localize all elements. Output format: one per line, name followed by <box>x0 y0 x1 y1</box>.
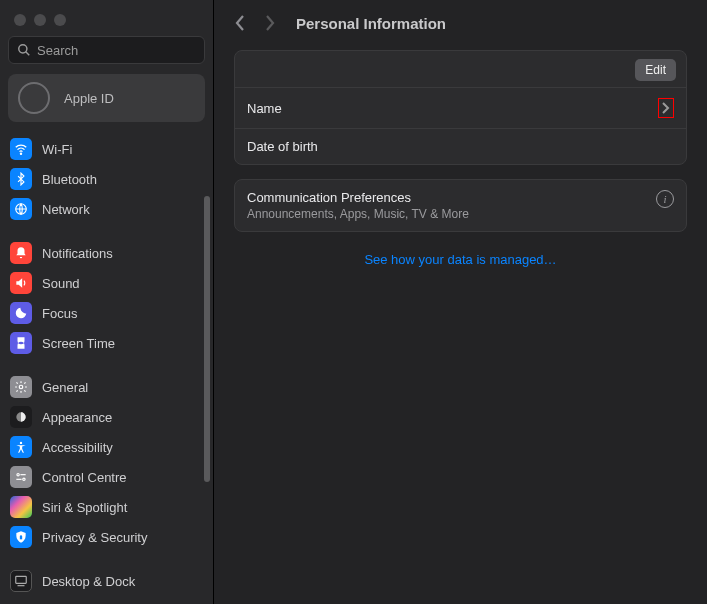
svg-point-9 <box>23 478 25 480</box>
close-window-button[interactable] <box>14 14 26 26</box>
apple-id-label: Apple ID <box>64 91 114 106</box>
sidebar-item-general[interactable]: General <box>0 372 213 402</box>
svg-point-7 <box>17 474 19 476</box>
info-icon[interactable]: i <box>656 190 674 208</box>
sidebar-item-sound[interactable]: Sound <box>0 268 213 298</box>
sidebar-item-bluetooth[interactable]: Bluetooth <box>0 164 213 194</box>
name-row[interactable]: Name <box>235 87 686 128</box>
search-field[interactable] <box>8 36 205 64</box>
svg-rect-13 <box>16 576 27 583</box>
sidebar-item-label: General <box>42 380 88 395</box>
sidebar-item-label: Network <box>42 202 90 217</box>
personal-info-card: Edit Name Date of birth <box>234 50 687 165</box>
bluetooth-icon <box>10 168 32 190</box>
sidebar-item-label: Screen Time <box>42 336 115 351</box>
wifi-icon <box>10 138 32 160</box>
communication-preferences-subtitle: Announcements, Apps, Music, TV & More <box>247 207 469 221</box>
back-button[interactable] <box>234 16 246 30</box>
sidebar-item-focus[interactable]: Focus <box>0 298 213 328</box>
sidebar-item-network[interactable]: Network <box>0 194 213 224</box>
sidebar-item-notifications[interactable]: Notifications <box>0 238 213 268</box>
sidebar-scroll: Wi-FiBluetoothNetworkNotificationsSoundF… <box>0 134 213 604</box>
sidebar-item-appearance[interactable]: Appearance <box>0 402 213 432</box>
avatar <box>18 82 50 114</box>
sidebar-item-label: Sound <box>42 276 80 291</box>
sidebar-item-label: Control Centre <box>42 470 127 485</box>
sidebar-item-label: Appearance <box>42 410 112 425</box>
svg-line-1 <box>26 52 30 56</box>
privacy-icon <box>10 526 32 548</box>
sidebar-item-wi-fi[interactable]: Wi-Fi <box>0 134 213 164</box>
sound-icon <box>10 272 32 294</box>
sidebar-item-siri-spotlight[interactable]: Siri & Spotlight <box>0 492 213 522</box>
communication-preferences-title: Communication Preferences <box>247 190 469 205</box>
edit-button[interactable]: Edit <box>635 59 676 81</box>
data-management-link[interactable]: See how your data is managed… <box>234 246 687 273</box>
communication-preferences-card[interactable]: Communication Preferences Announcements,… <box>234 179 687 232</box>
notifications-icon <box>10 242 32 264</box>
sidebar-item-label: Privacy & Security <box>42 530 147 545</box>
svg-rect-12 <box>20 537 22 539</box>
window-controls <box>0 0 213 36</box>
screentime-icon <box>10 332 32 354</box>
sidebar-item-accessibility[interactable]: Accessibility <box>0 432 213 462</box>
scrollbar-thumb[interactable] <box>204 196 210 482</box>
dob-row-label: Date of birth <box>247 139 318 154</box>
accessibility-icon <box>10 436 32 458</box>
focus-icon <box>10 302 32 324</box>
sidebar-item-label: Bluetooth <box>42 172 97 187</box>
sidebar-item-screen-time[interactable]: Screen Time <box>0 328 213 358</box>
controlcentre-icon <box>10 466 32 488</box>
svg-point-6 <box>20 442 22 444</box>
general-icon <box>10 376 32 398</box>
page-title: Personal Information <box>296 15 446 32</box>
name-row-label: Name <box>247 101 282 116</box>
appearance-icon <box>10 406 32 428</box>
dob-row[interactable]: Date of birth <box>235 128 686 164</box>
sidebar-item-label: Accessibility <box>42 440 113 455</box>
svg-point-0 <box>19 45 27 53</box>
sidebar-item-desktop-dock[interactable]: Desktop & Dock <box>0 566 213 596</box>
sidebar-item-privacy-security[interactable]: Privacy & Security <box>0 522 213 552</box>
forward-button[interactable] <box>264 16 276 30</box>
chevron-right-icon <box>658 98 674 118</box>
sidebar-item-label: Siri & Spotlight <box>42 500 127 515</box>
svg-point-2 <box>20 153 21 154</box>
main-panel: Personal Information Edit Name Date of b… <box>214 0 707 604</box>
desktop-icon <box>10 570 32 592</box>
search-icon <box>17 43 31 57</box>
sidebar-item-label: Notifications <box>42 246 113 261</box>
network-icon <box>10 198 32 220</box>
sidebar: Apple ID Wi-FiBluetoothNetworkNotificati… <box>0 0 214 604</box>
siri-icon <box>10 496 32 518</box>
fullscreen-window-button[interactable] <box>54 14 66 26</box>
sidebar-item-label: Wi-Fi <box>42 142 72 157</box>
sidebar-item-label: Desktop & Dock <box>42 574 135 589</box>
sidebar-item-control-centre[interactable]: Control Centre <box>0 462 213 492</box>
main-header: Personal Information <box>214 0 707 46</box>
svg-point-4 <box>19 385 23 389</box>
sidebar-item-label: Focus <box>42 306 77 321</box>
search-input[interactable] <box>37 43 205 58</box>
apple-id-card[interactable]: Apple ID <box>8 74 205 122</box>
minimize-window-button[interactable] <box>34 14 46 26</box>
